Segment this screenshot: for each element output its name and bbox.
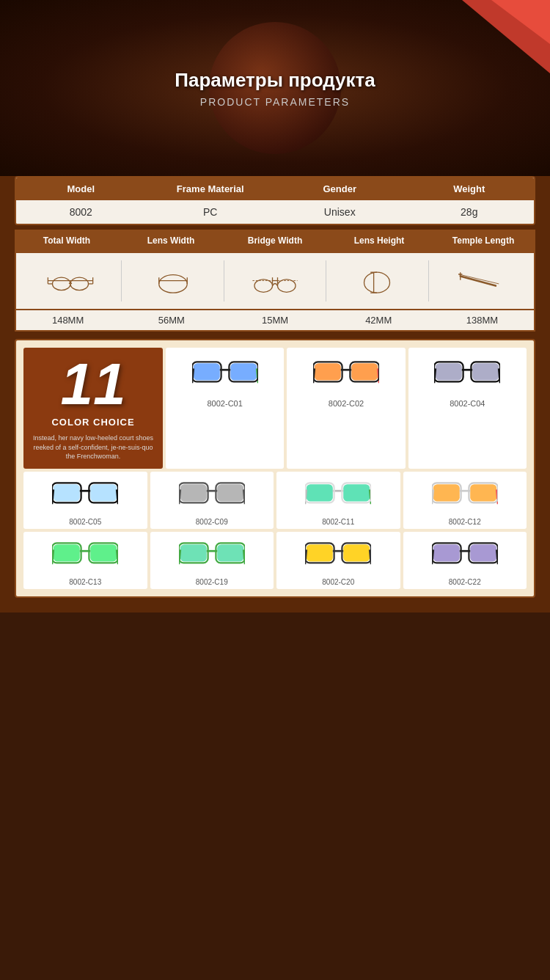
header-title-en: PRODUCT PARAMETERS: [200, 96, 350, 108]
svg-rect-91: [307, 544, 333, 561]
glasses-code-c02: 8002-C02: [329, 399, 364, 408]
glasses-code-c20: 8002-C20: [322, 578, 354, 586]
glasses-img-c22: [406, 535, 525, 576]
glasses-item-c09: 8002-C09: [150, 472, 274, 529]
svg-point-4: [70, 277, 89, 290]
dim-header-height: Lens Height: [327, 235, 431, 246]
glasses-row3: 8002-C13 8002-C19: [23, 532, 527, 589]
glasses-code-c01: 8002-C01: [208, 399, 243, 408]
glasses-item-c12: 8002-C12: [403, 472, 527, 529]
svg-rect-36: [351, 363, 378, 380]
svg-rect-78: [90, 544, 117, 561]
glasses-code-c19: 8002-C19: [196, 578, 228, 586]
glasses-code-c12: 8002-C12: [449, 518, 481, 526]
dim-header-temple: Temple Length: [431, 235, 535, 246]
glasses-item-c01: 8002-C01: [166, 348, 284, 469]
glasses-code-c04: 8002-C04: [450, 399, 485, 408]
svg-rect-77: [54, 544, 80, 561]
dimensions-section: Total Width Lens Width Bridge Width Lens…: [15, 230, 535, 332]
svg-point-13: [278, 279, 296, 293]
param-header-frame: Frame Material: [146, 183, 276, 194]
glasses-item-c02: 8002-C02: [287, 348, 405, 469]
dim-val-bridge: 15MM: [223, 315, 326, 326]
dim-header-total: Total Width: [15, 235, 119, 246]
color-choice-label: 11 COLOR CHOICE Instead, her navy low-he…: [23, 348, 163, 469]
dim-val-height: 42MM: [327, 315, 430, 326]
glasses-img-c11: [279, 475, 398, 516]
color-choice-number: 11: [61, 355, 126, 414]
glasses-img-c12: [406, 475, 525, 516]
header-title-ru: Параметры продукта: [175, 69, 375, 92]
svg-point-19: [364, 272, 390, 293]
color-choice-text: COLOR CHOICE: [51, 417, 134, 428]
param-value-weight: 28g: [405, 206, 535, 218]
color-choice-desc: Instead, her navy low-heeled court shoes…: [31, 434, 155, 461]
svg-rect-98: [433, 544, 460, 561]
svg-point-8: [158, 275, 187, 293]
glasses-img-c09: [153, 475, 272, 516]
svg-rect-99: [470, 544, 496, 561]
svg-rect-43: [473, 363, 499, 380]
color-section: 11 COLOR CHOICE Instead, her navy low-he…: [15, 339, 535, 598]
svg-point-3: [53, 277, 71, 290]
glasses-img-c05: [26, 475, 145, 516]
glasses-img-c02: [290, 352, 402, 396]
svg-rect-85: [217, 544, 243, 561]
glasses-row2: 8002-C05 8002-C09: [23, 472, 527, 529]
dim-header-bridge: Bridge Width: [223, 235, 327, 246]
glasses-code-c11: 8002-C11: [322, 518, 354, 526]
svg-line-26: [458, 274, 499, 284]
svg-rect-63: [307, 484, 333, 501]
glasses-item-c19: 8002-C19: [150, 532, 274, 589]
diag-lens-width: [122, 260, 224, 301]
svg-rect-84: [180, 544, 207, 561]
dimensions-values-row: 148MM 56MM 15MM 42MM 138MM: [15, 310, 535, 332]
dimensions-header-row: Total Width Lens Width Bridge Width Lens…: [15, 230, 535, 252]
diag-bridge-width: [224, 260, 326, 301]
glasses-item-c05: 8002-C05: [23, 472, 147, 529]
param-header-model: Model: [16, 183, 146, 194]
svg-rect-71: [470, 484, 496, 501]
params-table: Model Frame Material Gender Weight 8002 …: [15, 176, 535, 225]
glasses-img-c19: [153, 535, 272, 576]
svg-rect-64: [343, 484, 370, 501]
dim-header-lens: Lens Width: [119, 235, 223, 246]
glasses-img-c13: [26, 535, 145, 576]
params-header-row: Model Frame Material Gender Weight: [16, 178, 534, 200]
param-value-model: 8002: [16, 206, 146, 218]
glasses-item-c20: 8002-C20: [276, 532, 400, 589]
dim-val-lens-w: 56MM: [120, 315, 223, 326]
svg-rect-70: [433, 484, 460, 501]
diag-lens-height: [326, 260, 428, 301]
svg-rect-28: [193, 363, 219, 380]
svg-line-23: [461, 276, 496, 285]
param-header-weight: Weight: [405, 183, 535, 194]
svg-rect-35: [315, 363, 341, 380]
glasses-item-c22: 8002-C22: [403, 532, 527, 589]
glasses-img-c01: [169, 352, 281, 396]
dim-val-total: 148MM: [16, 315, 120, 326]
glasses-code-c09: 8002-C09: [196, 518, 228, 526]
glasses-code-c13: 8002-C13: [69, 578, 101, 586]
glasses-img-c04: [411, 352, 524, 396]
dimensions-diagram: [15, 252, 535, 310]
svg-rect-42: [436, 363, 462, 380]
dim-val-temple: 138MM: [430, 315, 534, 326]
param-value-frame: PC: [146, 206, 276, 218]
svg-rect-57: [217, 484, 243, 501]
svg-rect-29: [230, 363, 257, 380]
diag-total-width: [20, 260, 122, 301]
param-header-gender: Gender: [275, 183, 405, 194]
glasses-item-c11: 8002-C11: [276, 472, 400, 529]
diag-temple-length: [429, 260, 530, 301]
glasses-img-c20: [279, 535, 398, 576]
param-value-gender: Unisex: [275, 206, 405, 218]
main-content: Model Frame Material Gender Weight 8002 …: [0, 176, 550, 612]
svg-rect-49: [54, 484, 80, 501]
svg-point-12: [254, 279, 273, 293]
glasses-item-c04: 8002-C04: [408, 348, 527, 469]
params-value-row: 8002 PC Unisex 28g: [16, 200, 534, 224]
svg-rect-50: [90, 484, 117, 501]
header-section: Параметры продукта PRODUCT PARAMETERS: [0, 0, 550, 176]
svg-rect-92: [343, 544, 370, 561]
